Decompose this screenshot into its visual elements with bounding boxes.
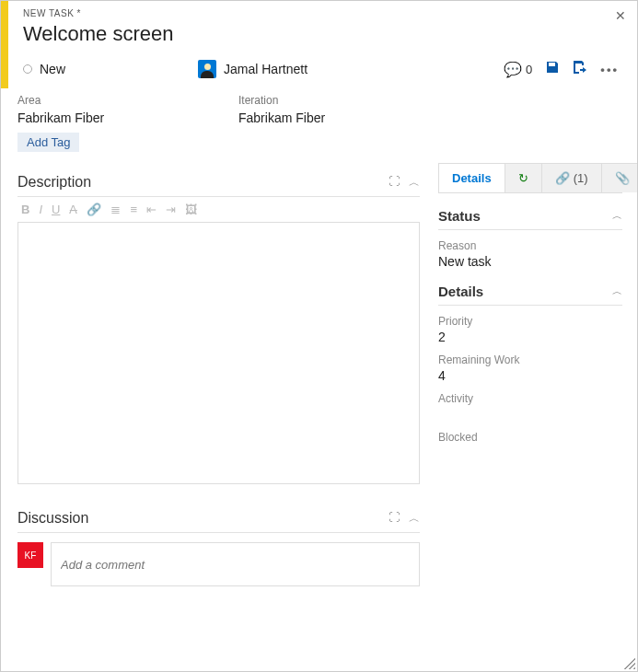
tab-history[interactable]: ↻ — [505, 163, 542, 192]
fullscreen-icon[interactable]: ⛶ — [389, 511, 400, 527]
state-dot-icon — [23, 64, 32, 74]
bold-button[interactable]: B — [21, 203, 29, 216]
discussion-input[interactable] — [51, 542, 420, 586]
current-user-avatar: KF — [17, 542, 43, 568]
blocked-label: Blocked — [438, 431, 622, 444]
assignee-name: Jamal Hartnett — [224, 62, 307, 76]
iteration-value: Fabrikam Fiber — [238, 110, 404, 125]
details-section-title: Details — [438, 284, 483, 299]
chevron-up-icon[interactable]: ︿ — [612, 209, 622, 223]
resize-grip[interactable] — [624, 658, 635, 669]
add-tag-button[interactable]: Add Tag — [17, 133, 79, 152]
state-text: New — [40, 62, 65, 76]
priority-label: Priority — [438, 315, 622, 328]
collapse-icon[interactable]: ︿ — [409, 175, 420, 191]
area-value: Fabrikam Fiber — [17, 110, 183, 125]
indent-button[interactable]: ⇥ — [166, 203, 176, 216]
work-item-type-label: NEW TASK * — [23, 8, 622, 18]
comment-count-badge[interactable]: 💬 0 — [504, 61, 532, 78]
save-button[interactable] — [545, 60, 560, 78]
bullet-list-button[interactable]: ≣ — [110, 203, 121, 216]
close-button[interactable]: ✕ — [615, 8, 626, 23]
iteration-field[interactable]: Iteration Fabrikam Fiber — [238, 94, 404, 125]
comment-icon: 💬 — [504, 61, 522, 78]
collapse-icon[interactable]: ︿ — [409, 511, 420, 527]
reason-value: New task — [438, 254, 622, 269]
reason-label: Reason — [438, 239, 622, 252]
activity-label: Activity — [438, 392, 622, 405]
state-field[interactable]: New — [23, 62, 198, 76]
activity-field[interactable]: Activity — [438, 392, 622, 405]
more-actions-button[interactable]: ••• — [600, 63, 619, 76]
outdent-button[interactable]: ⇤ — [146, 203, 157, 216]
tab-links[interactable]: 🔗 (1) — [542, 163, 602, 192]
reason-field[interactable]: Reason New task — [438, 239, 622, 269]
iteration-label: Iteration — [238, 94, 404, 107]
tab-details[interactable]: Details — [438, 163, 505, 192]
attachment-icon: 📎 — [615, 171, 630, 185]
priority-value: 2 — [438, 330, 622, 344]
accent-bar — [1, 1, 8, 88]
priority-field[interactable]: Priority 2 — [438, 315, 622, 344]
save-and-close-button[interactable] — [573, 60, 587, 78]
avatar-icon — [198, 60, 216, 78]
area-field[interactable]: Area Fabrikam Fiber — [17, 94, 183, 125]
description-editor[interactable] — [17, 222, 420, 484]
discussion-heading: Discussion — [17, 510, 88, 527]
number-list-button[interactable]: ≡ — [130, 203, 137, 216]
comment-count: 0 — [526, 63, 532, 76]
link-icon: 🔗 — [555, 171, 570, 185]
editor-toolbar: B I U A̶ 🔗 ≣ ≡ ⇤ ⇥ 🖼 — [17, 197, 420, 222]
description-heading: Description — [17, 174, 91, 191]
fullscreen-icon[interactable]: ⛶ — [389, 175, 400, 191]
clear-format-button[interactable]: A̶ — [69, 203, 77, 216]
chevron-up-icon[interactable]: ︿ — [612, 284, 622, 298]
link-button[interactable]: 🔗 — [87, 203, 101, 216]
work-item-title[interactable]: Welcome screen — [23, 22, 622, 46]
remaining-work-label: Remaining Work — [438, 353, 622, 366]
blocked-field[interactable]: Blocked — [438, 431, 622, 444]
assigned-to-field[interactable]: Jamal Hartnett — [198, 60, 504, 78]
underline-button[interactable]: U — [52, 203, 60, 216]
status-section-title: Status — [438, 208, 481, 224]
area-label: Area — [17, 94, 183, 107]
image-button[interactable]: 🖼 — [185, 203, 197, 216]
tab-attachments[interactable]: 📎 — [602, 163, 638, 192]
history-icon: ↻ — [518, 171, 528, 185]
remaining-work-field[interactable]: Remaining Work 4 — [438, 353, 622, 383]
italic-button[interactable]: I — [39, 203, 42, 216]
remaining-work-value: 4 — [438, 368, 622, 383]
